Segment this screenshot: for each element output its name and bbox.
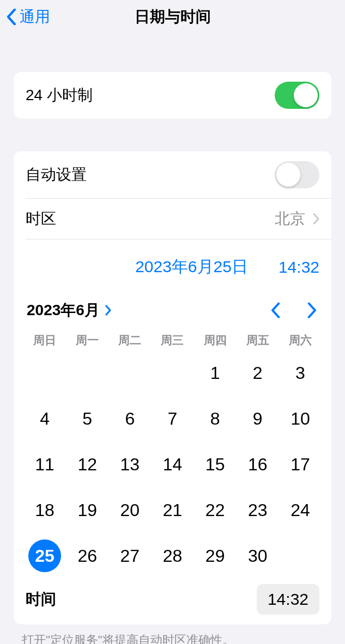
weekday-header: 周四 (194, 333, 237, 348)
prev-month-button[interactable] (269, 302, 281, 318)
day-cell[interactable]: 30 (237, 533, 279, 579)
next-month-button[interactable] (306, 302, 318, 318)
day-cell[interactable]: 9 (237, 396, 279, 441)
day-cell[interactable]: 14 (151, 441, 193, 487)
day-cell[interactable]: 6 (108, 396, 151, 441)
current-time[interactable]: 14:32 (279, 258, 319, 277)
weekday-header: 周日 (23, 333, 66, 348)
twentyfour-hour-label: 24 小时制 (26, 85, 93, 106)
day-cell[interactable]: 18 (23, 487, 66, 533)
day-cell[interactable]: 10 (279, 396, 322, 441)
day-cell[interactable]: 25 (23, 533, 66, 579)
timezone-value: 北京 (275, 208, 305, 229)
day-cell[interactable]: 1 (194, 350, 237, 396)
day-blank (66, 350, 108, 396)
month-picker[interactable]: 2023年6月 (27, 300, 112, 321)
auto-set-row: 自动设置 (14, 151, 331, 198)
timezone-row[interactable]: 时区 北京 (14, 199, 331, 239)
twentyfour-hour-row: 24 小时制 (14, 72, 331, 119)
day-cell[interactable]: 20 (108, 487, 151, 533)
day-blank (23, 350, 66, 396)
weekday-header: 周六 (279, 333, 322, 348)
day-cell[interactable]: 4 (23, 396, 66, 441)
auto-set-label: 自动设置 (26, 164, 87, 185)
footer-note: 打开"定位服务"将提高自动时区准确性。 (22, 632, 323, 644)
weekday-header: 周五 (237, 333, 279, 348)
weekday-header: 周一 (66, 333, 108, 348)
day-cell[interactable]: 19 (66, 487, 108, 533)
current-datetime-row: 2023年6月25日 14:32 (14, 240, 331, 284)
month-label: 2023年6月 (27, 300, 100, 321)
day-cell[interactable]: 13 (108, 441, 151, 487)
time-picker[interactable]: 14:32 (257, 584, 319, 615)
day-cell[interactable]: 26 (66, 533, 108, 579)
day-cell[interactable]: 7 (151, 396, 193, 441)
day-cell[interactable]: 12 (66, 441, 108, 487)
day-cell[interactable]: 3 (279, 350, 322, 396)
day-blank (151, 350, 193, 396)
day-cell[interactable]: 17 (279, 441, 322, 487)
day-cell[interactable]: 22 (194, 487, 237, 533)
weekday-header: 周二 (108, 333, 151, 348)
day-cell[interactable]: 21 (151, 487, 193, 533)
back-label: 通用 (20, 7, 50, 27)
day-cell[interactable]: 27 (108, 533, 151, 579)
chevron-right-icon (313, 213, 319, 224)
timezone-label: 时区 (26, 208, 56, 229)
day-cell[interactable]: 28 (151, 533, 193, 579)
day-cell[interactable]: 23 (237, 487, 279, 533)
day-cell[interactable]: 8 (194, 396, 237, 441)
chevron-left-icon (7, 9, 16, 25)
time-label: 时间 (26, 589, 56, 610)
weekday-header: 周三 (151, 333, 193, 348)
current-date[interactable]: 2023年6月25日 (135, 256, 248, 278)
back-button[interactable]: 通用 (0, 7, 50, 27)
day-cell[interactable]: 16 (237, 441, 279, 487)
auto-set-switch[interactable] (275, 161, 319, 188)
day-cell[interactable]: 29 (194, 533, 237, 579)
day-blank (108, 350, 151, 396)
chevron-right-icon (105, 305, 112, 316)
twentyfour-hour-switch[interactable] (275, 82, 319, 109)
day-cell[interactable]: 5 (66, 396, 108, 441)
day-cell[interactable]: 2 (237, 350, 279, 396)
page-title: 日期与时间 (0, 7, 345, 27)
day-cell[interactable]: 15 (194, 441, 237, 487)
day-cell[interactable]: 11 (23, 441, 66, 487)
day-cell[interactable]: 24 (279, 487, 322, 533)
